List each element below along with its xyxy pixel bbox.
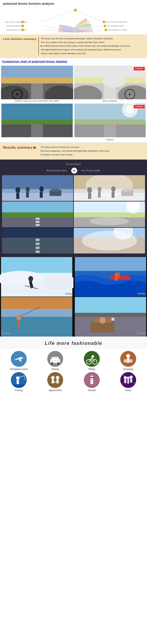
fishing-icon-svg [11, 372, 27, 388]
circle-img-travel [11, 351, 27, 367]
svg-rect-57 [104, 124, 116, 137]
contrast-cell-polarized-2 [2, 202, 73, 227]
road-left-image [1, 66, 73, 99]
contrast-row1 [2, 175, 145, 201]
appointment-icon-svg [47, 372, 63, 388]
driving-label: Driving [138, 332, 145, 335]
svg-rect-72 [52, 189, 59, 192]
surfing-label: Surfing [138, 292, 145, 295]
function-line3: ▶ UV400 protective film on both sides of… [41, 44, 131, 48]
svg-rect-123 [118, 272, 119, 278]
comp-right-label2: Polarizer [74, 138, 146, 142]
svg-rect-132 [18, 320, 20, 327]
road3-polarized-svg [2, 228, 73, 254]
svg-rect-161 [127, 358, 130, 363]
svg-rect-66 [16, 193, 20, 199]
svg-rect-181 [90, 380, 93, 384]
svg-rect-104 [36, 246, 40, 249]
svg-rect-105 [36, 250, 40, 253]
driving-svg [74, 297, 147, 336]
svg-rect-80 [98, 192, 101, 198]
page-title: polarized lenses function analysis [3, 2, 144, 6]
svg-text:FOR TOTAL UV PROTECTION: FOR TOTAL UV PROTECTION [105, 21, 127, 23]
svg-rect-70 [40, 192, 43, 198]
contrast-cell-polarized-1 [2, 175, 73, 201]
contrast-row2 [2, 202, 145, 227]
road3-not-polarized-svg [74, 228, 145, 254]
contrast-row3 [2, 228, 145, 254]
svg-rect-89 [36, 218, 40, 220]
results-title: Results summary ▶ [3, 145, 38, 150]
circle-img-appointment [47, 372, 63, 388]
comparison-images: polarizer, make you more comfortable, mo… [0, 65, 147, 104]
activities-section: Skiing Surfing [0, 257, 147, 336]
svg-point-65 [16, 187, 20, 193]
skiing-label: Skiing [65, 292, 72, 295]
svg-rect-174 [56, 380, 59, 384]
street-not-polarized-svg [74, 175, 145, 201]
svg-point-187 [126, 376, 130, 380]
contrast-cell-not-polarized-3 [74, 228, 145, 254]
circle-item-2: Riding [74, 351, 110, 370]
svg-point-191 [134, 382, 134, 384]
comp-left-2 [1, 104, 73, 142]
svg-point-49 [129, 93, 131, 95]
svg-rect-186 [130, 379, 132, 382]
svg-line-30 [76, 10, 103, 22]
circle-label-0: Workplace travel [10, 368, 28, 370]
svg-point-192 [122, 384, 123, 384]
svg-rect-102 [36, 239, 40, 241]
svg-rect-103 [36, 242, 40, 245]
svg-rect-188 [127, 380, 129, 384]
svg-rect-125 [115, 277, 118, 281]
svg-rect-162 [124, 359, 126, 362]
svg-rect-130 [1, 309, 72, 317]
skiing-svg [0, 257, 74, 296]
svg-point-45 [102, 76, 126, 88]
svg-rect-86 [2, 202, 73, 212]
comparison-title: Comparison chart of polarized lenses sha… [2, 60, 145, 63]
road2-polarized-svg [2, 202, 73, 227]
comp-right: DANGER With no polarizer [74, 66, 146, 102]
svg-point-77 [87, 187, 92, 193]
circle-label-1: Driving [52, 368, 59, 370]
svg-text:THE POLARIZED LENS: THE POLARIZED LENS [6, 25, 23, 27]
comparison-header: Comparison chart of polarized lenses sha… [0, 58, 147, 65]
comp-left-label2 [1, 138, 73, 139]
svg-rect-91 [36, 224, 40, 226]
svg-rect-179 [92, 377, 94, 378]
pk-row: Polarized lens PK not Polarized [2, 168, 145, 174]
svg-text:04: 04 [103, 21, 105, 23]
comp-left: polarizer, make you more comfortable, mo… [1, 66, 73, 102]
function-line1: The shop uses the new composite technolo… [41, 37, 131, 40]
svg-point-165 [16, 376, 20, 380]
svg-rect-90 [36, 221, 40, 223]
contrast-section: Contrast Polarized lens PK not Polarized [0, 160, 147, 257]
svg-rect-152 [84, 351, 100, 367]
not-polarized-label: not Polarized [81, 169, 100, 172]
road2-not-polarized-svg [74, 202, 145, 227]
comp-right-2: DANGER Polarizer [74, 104, 146, 142]
circle-item-6: Tourism [74, 372, 110, 392]
svg-rect-149 [52, 357, 58, 360]
svg-text:THE POLARIZED LENS: THE POLARIZED LENS [107, 25, 124, 27]
svg-rect-36 [31, 84, 43, 99]
function-line4: Strengthening the lens impact, anti crac… [41, 48, 131, 52]
tourism-icon-svg [84, 372, 100, 388]
circle-img-tourism [84, 372, 100, 388]
circle-label-6: Tourism [88, 389, 96, 392]
svg-rect-68 [26, 192, 29, 198]
page-header: polarized lenses function analysis [0, 0, 147, 7]
circles-grid: Workplace travel Driving [0, 349, 147, 394]
svg-point-189 [123, 375, 124, 376]
circle-label-2: Riding [88, 368, 95, 370]
lens-fan-svg: FOR TOTAL UV PROTECTION THE POLARIZED LE… [2, 8, 147, 32]
svg-rect-112 [1, 257, 72, 273]
svg-rect-184 [124, 379, 126, 383]
contrast-cell-not-polarized-1 [74, 175, 145, 201]
svg-point-69 [39, 186, 44, 192]
travel-icon-svg [11, 351, 27, 367]
svg-rect-34 [2, 78, 72, 84]
fishing-label: Fishing [2, 332, 10, 335]
svg-point-183 [124, 376, 127, 379]
